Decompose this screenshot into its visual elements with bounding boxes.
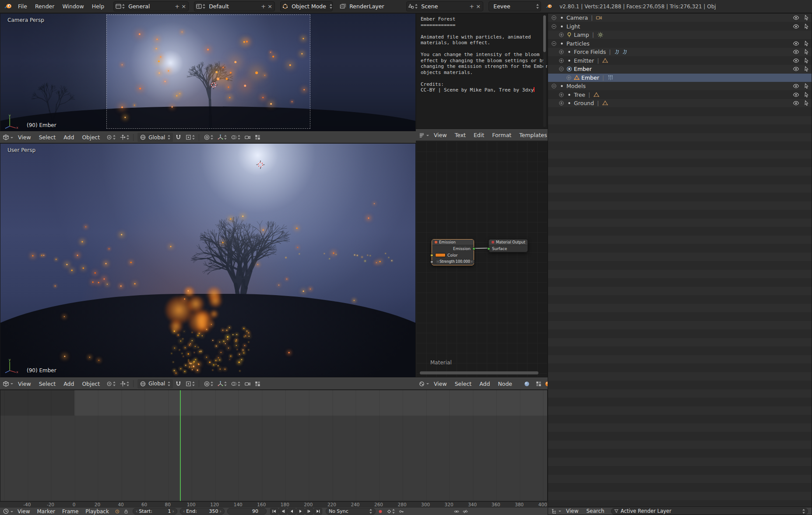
next-keyframe-button[interactable] — [305, 508, 313, 515]
menu-node[interactable]: Node — [494, 378, 516, 390]
cursor-toggle-icon[interactable] — [803, 100, 810, 106]
cursor-toggle-icon[interactable] — [803, 66, 810, 72]
shader-editor[interactable]: Emission Emission Color ‹ Strength 100.0… — [416, 141, 548, 377]
slot-button[interactable] — [534, 379, 543, 388]
outliner-row-ember[interactable]: Ember| — [548, 74, 812, 82]
emission-output-socket[interactable] — [472, 247, 475, 250]
jump-to-end-button[interactable] — [314, 508, 322, 515]
menu-view[interactable]: View — [14, 131, 35, 143]
expand-icon[interactable] — [551, 14, 557, 21]
workspace-add-button[interactable]: + — [174, 2, 180, 11]
eye-toggle-icon[interactable] — [793, 49, 799, 55]
render-engine-dropdown[interactable]: Eevee — [489, 1, 541, 11]
gizmo-toggle-button[interactable] — [216, 133, 228, 142]
eye-toggle-icon[interactable] — [793, 57, 799, 64]
play-reverse-button[interactable] — [288, 508, 296, 515]
prev-keyframe-button[interactable] — [279, 508, 287, 515]
cursor-toggle-icon[interactable] — [803, 57, 810, 64]
node-header[interactable]: Emission — [432, 240, 474, 245]
expand-icon[interactable] — [551, 83, 557, 89]
expand-icon[interactable] — [558, 100, 565, 106]
layout-selector[interactable]: Default + × — [194, 1, 275, 11]
color-input-socket[interactable] — [430, 254, 433, 257]
scrollbar-thumb[interactable] — [420, 371, 538, 374]
menu-add[interactable]: Add — [475, 378, 494, 390]
cursor-toggle-icon[interactable] — [803, 92, 810, 98]
eye-toggle-icon[interactable] — [793, 23, 799, 30]
menu-add[interactable]: Add — [60, 131, 78, 143]
eye-toggle-icon[interactable] — [793, 40, 799, 47]
insert-keyframe-button[interactable] — [397, 507, 405, 515]
shader-scrollbar[interactable] — [420, 371, 538, 374]
menu-select[interactable]: Select — [451, 378, 476, 390]
unlink-button[interactable] — [461, 507, 469, 515]
menu-frame[interactable]: Frame — [59, 508, 82, 515]
eye-toggle-icon[interactable] — [793, 14, 799, 21]
field-left-arrow[interactable]: ‹ — [183, 508, 185, 514]
camera-view-button[interactable] — [243, 133, 252, 142]
emission-node[interactable]: Emission Emission Color ‹ Strength 100.0… — [432, 239, 474, 265]
emission-color-swatch[interactable] — [435, 253, 446, 257]
menu-file[interactable]: File — [14, 0, 31, 12]
scene-add-button[interactable]: + — [468, 2, 475, 11]
menu-view[interactable]: View — [562, 507, 582, 515]
menu-select[interactable]: Select — [35, 378, 60, 390]
sync-dropdown[interactable]: No Sync — [326, 508, 376, 515]
workspace-selector[interactable]: General + × — [113, 1, 189, 11]
auto-keyframe-button[interactable] — [376, 507, 384, 515]
gizmo-toggle-button[interactable] — [216, 379, 228, 388]
workspace-close-button[interactable]: × — [180, 2, 187, 11]
eye-toggle-icon[interactable] — [793, 92, 799, 98]
camera-view-button[interactable] — [243, 379, 252, 388]
eye-toggle-icon[interactable] — [793, 66, 799, 72]
surface-input-socket[interactable] — [487, 247, 490, 250]
orientation-dropdown[interactable]: Global — [137, 379, 173, 388]
text-editor[interactable]: Ember Forest============ Animated file w… — [416, 13, 548, 129]
menu-object[interactable]: Object — [78, 131, 104, 143]
strength-input-socket[interactable] — [430, 260, 433, 263]
scrollbar-thumb[interactable] — [543, 15, 546, 52]
menu-edit[interactable]: Edit — [470, 129, 488, 141]
scene-close-button[interactable]: × — [475, 2, 482, 11]
field-left-arrow[interactable]: ‹ — [136, 508, 137, 514]
menu-view[interactable]: View — [430, 129, 451, 141]
outliner-row-lamp[interactable]: Lamp| — [548, 31, 812, 39]
field-right-arrow[interactable]: › — [172, 508, 174, 514]
editor-type-button[interactable] — [418, 381, 429, 387]
editor-type-button[interactable] — [3, 508, 13, 515]
overlays-toggle-button[interactable] — [229, 379, 242, 388]
jump-to-start-button[interactable] — [270, 508, 278, 515]
playhead[interactable] — [180, 390, 181, 501]
menu-view[interactable]: View — [430, 378, 451, 390]
editor-type-button[interactable] — [3, 134, 13, 141]
timeline[interactable] — [0, 390, 548, 501]
snap-settings-button[interactable] — [184, 379, 197, 388]
expand-icon[interactable] — [566, 74, 572, 81]
current-frame-field[interactable]: 90 — [227, 508, 267, 515]
proportional-editing-button[interactable] — [202, 133, 215, 142]
field-right-arrow[interactable]: › — [220, 508, 221, 514]
node-header[interactable]: Material Output — [489, 240, 527, 245]
camera-viewport[interactable]: Camera Persp (90) Ember yx — [0, 13, 416, 131]
orientation-dropdown[interactable]: Global — [137, 133, 173, 142]
outliner-row-models[interactable]: Models — [548, 82, 812, 91]
editor-type-button[interactable] — [551, 508, 561, 515]
outliner-row-camera[interactable]: Camera| — [548, 14, 812, 22]
expand-icon[interactable] — [551, 40, 557, 47]
snap-toggle-button[interactable] — [174, 133, 183, 142]
keying-set-dropdown[interactable] — [385, 507, 397, 515]
overlays-toggle-button[interactable] — [229, 133, 242, 142]
eye-toggle-icon[interactable] — [793, 83, 799, 89]
material-output-node[interactable]: Material Output Surface — [489, 239, 528, 252]
expand-icon[interactable] — [558, 32, 565, 38]
pivot-point-button[interactable] — [105, 133, 117, 142]
menu-add[interactable]: Add — [60, 378, 78, 390]
outliner-row-emitter[interactable]: Emitter| — [548, 56, 812, 65]
eye-toggle-icon[interactable] — [793, 100, 799, 106]
play-button[interactable] — [296, 508, 305, 515]
mode-dropdown[interactable]: Object Mode — [280, 1, 333, 11]
emission-strength-slider[interactable]: ‹ Strength 100.000 › — [435, 259, 475, 264]
cursor-toggle-icon[interactable] — [803, 14, 810, 21]
editor-type-button[interactable] — [3, 381, 13, 387]
editor-type-button[interactable] — [418, 132, 429, 138]
